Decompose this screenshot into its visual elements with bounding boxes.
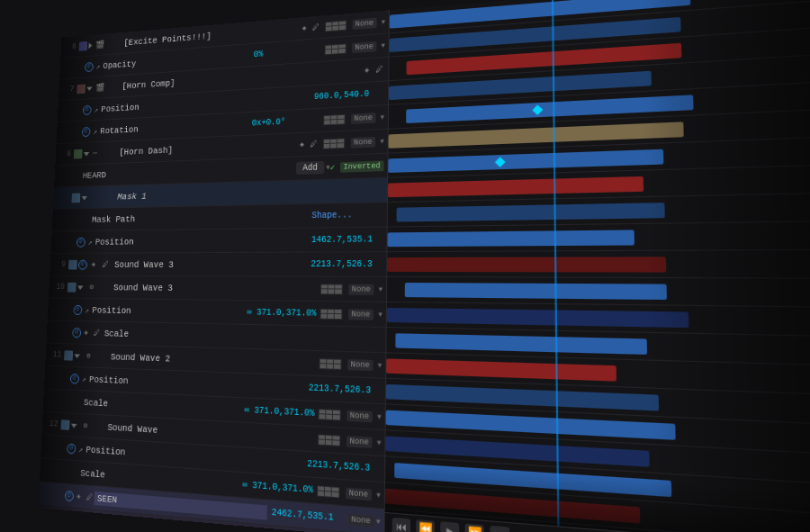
layer-icon: 🎬 <box>95 83 104 93</box>
dropdown-arrow[interactable]: ▼ <box>376 491 381 500</box>
none-badge: None <box>346 410 373 422</box>
timeline-bar <box>397 203 665 221</box>
property-name: HEARD <box>79 164 292 181</box>
none-badge: None <box>347 359 374 371</box>
expand-arrow[interactable] <box>71 424 77 428</box>
layer-name[interactable]: Sound Wave 3 <box>112 259 306 270</box>
color-swatch <box>76 84 86 94</box>
dropdown-arrow[interactable]: ▼ <box>378 361 382 369</box>
property-value: ∞ 371.0,371.0% <box>242 308 317 319</box>
timeline-bar <box>387 257 666 272</box>
expand-arrow[interactable] <box>82 196 87 201</box>
ctrl-icon: ⚙ <box>84 350 94 362</box>
none-badge: None <box>348 284 374 294</box>
ctrl-icon: ⚙ <box>76 514 86 527</box>
ctrl-icon: ◈ <box>361 64 373 77</box>
ctrl-icon: ⚙ <box>80 419 91 432</box>
keyframe[interactable] <box>532 104 543 114</box>
ctrl-icon: ◈ <box>81 327 92 338</box>
property-value: 2462.7,535.1 <box>266 507 344 524</box>
timeline-bar <box>405 283 667 300</box>
dropdown-arrow[interactable]: ▼ <box>380 137 384 145</box>
layer-icons: ⚙ 🖊 <box>56 512 101 528</box>
toolbar-btn[interactable]: ⏩ <box>465 523 484 532</box>
grid-icon <box>323 113 345 124</box>
grid-icon <box>325 20 346 32</box>
property-value: 2213.7,526.3 <box>306 259 383 269</box>
dropdown-arrow[interactable]: ▼ <box>381 41 385 50</box>
stopwatch[interactable]: ⏱ <box>65 491 74 501</box>
grid-icon <box>322 138 344 149</box>
color-swatch <box>56 513 65 524</box>
layer-name[interactable]: Mask 1 <box>114 185 383 202</box>
property-value: Shape... <box>307 210 383 221</box>
layer-name[interactable]: [Horn Dash] <box>116 140 296 157</box>
dropdown-arrow[interactable]: ▼ <box>378 285 382 293</box>
layer-name[interactable]: Sound Wave 3 <box>111 283 317 294</box>
ctrl-icon: ◈ <box>73 490 84 502</box>
stopwatch[interactable]: ⏱ <box>70 374 79 383</box>
stopwatch[interactable]: ⏱ <box>83 105 92 115</box>
timeline-panel: ⏮ ⏪ ▶ ⏩ ⏭ <box>384 0 810 532</box>
expand-arrow[interactable] <box>67 518 73 523</box>
dropdown-arrow[interactable]: ▼ <box>380 113 384 122</box>
ctrl-icon2: 🖊 <box>91 327 102 338</box>
grid-icon <box>319 358 341 370</box>
expand-arrow[interactable] <box>74 354 80 358</box>
toolbar-btn[interactable]: ⏮ <box>392 517 411 532</box>
stopwatch[interactable]: ⏱ <box>82 127 91 137</box>
keyframe[interactable] <box>495 157 506 167</box>
property-value: 2213.7,526.3 <box>302 459 381 474</box>
property-value: 2213.7,526.3 <box>303 383 382 396</box>
none-badge: None <box>352 17 377 29</box>
property-name: Rotation <box>97 119 248 136</box>
ctrl-icon: ◈ <box>296 139 308 151</box>
layer-icons: ⚙ <box>60 419 104 433</box>
property-name: Position <box>86 374 304 392</box>
layer-number: 7 <box>61 85 76 94</box>
expand-arrow[interactable] <box>86 86 92 91</box>
ctrl-icon2: 🖊 <box>87 515 98 527</box>
layer-number: 10 <box>52 283 68 292</box>
property-name: Mask Path <box>89 211 307 224</box>
expand-arrow[interactable] <box>88 42 92 49</box>
layer-icons: 🎬 <box>79 38 122 50</box>
add-button[interactable]: Add <box>296 161 325 175</box>
expand-arrow[interactable] <box>77 285 84 290</box>
toolbar-btn[interactable]: ▶ <box>440 521 459 532</box>
stopwatch[interactable]: ⏱ <box>73 304 82 314</box>
layer-icons <box>71 192 114 203</box>
ctrl-icon2: 🖊 <box>100 258 111 270</box>
stopwatch[interactable]: ⏱ <box>76 237 86 247</box>
timeline-row <box>387 221 810 252</box>
grid-icon <box>320 308 342 319</box>
expand-arrow[interactable] <box>84 152 89 157</box>
dropdown-arrow[interactable]: ▼ <box>377 412 382 420</box>
toolbar-btn[interactable]: ⏭ <box>490 525 509 532</box>
grid-icon <box>320 284 343 294</box>
check-icon: ✓ <box>330 162 336 173</box>
toolbar-btn[interactable]: ⏪ <box>416 519 435 532</box>
layer-name[interactable]: Sound Wave 2 <box>107 351 315 368</box>
property-value: ∞ 371.0,371.0% <box>238 480 313 495</box>
dropdown-arrow[interactable]: ▼ <box>382 18 386 26</box>
stopwatch[interactable]: ⏱ <box>72 328 81 338</box>
dropdown-arrow[interactable]: ▼ <box>378 311 382 319</box>
property-name: Position <box>92 235 306 247</box>
stopwatch[interactable]: ⏱ <box>67 443 76 454</box>
ctrl-icon: ⚙ <box>86 282 97 293</box>
inverted-badge: Inverted <box>340 160 384 172</box>
stopwatch[interactable]: ⏱ <box>85 62 94 72</box>
dropdown-arrow[interactable]: ▼ <box>377 438 382 447</box>
ctrl-icon2: 🖊 <box>308 138 320 150</box>
stopwatch-small[interactable]: ⏱ <box>78 259 87 269</box>
layer-icons: ⏱ ◈ 🖊 <box>68 258 112 270</box>
none-badge: None <box>346 487 372 500</box>
layer-icons: 🎬 <box>76 82 119 94</box>
timeline-bar <box>386 358 616 381</box>
layer-icons: — <box>74 148 117 158</box>
property-name: Scale <box>101 328 382 345</box>
dropdown-arrow[interactable]: ▼ <box>376 517 381 526</box>
timeline-wrapper: 6 🎬 [Excite Points!!!] ◈ 🖊 <box>38 0 810 532</box>
timeline-bar <box>388 149 663 172</box>
